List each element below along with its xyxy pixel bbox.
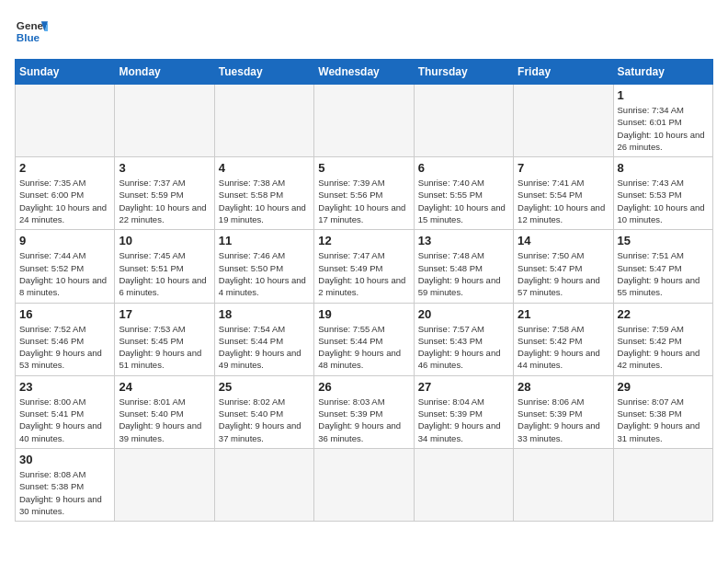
day-info: Sunrise: 8:07 AM Sunset: 5:38 PM Dayligh…	[618, 396, 709, 444]
day-info: Sunrise: 7:34 AM Sunset: 6:01 PM Dayligh…	[618, 104, 709, 153]
day-info: Sunrise: 7:48 AM Sunset: 5:48 PM Dayligh…	[418, 249, 509, 298]
calendar-day-cell	[214, 448, 313, 521]
day-number: 20	[418, 307, 509, 321]
calendar-day-cell: 18Sunrise: 7:54 AM Sunset: 5:44 PM Dayli…	[214, 303, 313, 375]
calendar-day-cell: 21Sunrise: 7:58 AM Sunset: 5:42 PM Dayli…	[514, 303, 613, 375]
day-info: Sunrise: 7:46 AM Sunset: 5:50 PM Dayligh…	[219, 249, 310, 298]
day-number: 1	[618, 88, 709, 102]
day-number: 30	[19, 453, 110, 466]
calendar-day-cell: 5Sunrise: 7:39 AM Sunset: 5:56 PM Daylig…	[314, 157, 414, 230]
calendar-day-cell: 4Sunrise: 7:38 AM Sunset: 5:58 PM Daylig…	[214, 157, 313, 230]
day-info: Sunrise: 7:53 AM Sunset: 5:45 PM Dayligh…	[119, 323, 210, 372]
day-info: Sunrise: 7:54 AM Sunset: 5:44 PM Dayligh…	[219, 323, 310, 372]
day-info: Sunrise: 7:47 AM Sunset: 5:49 PM Dayligh…	[318, 249, 409, 298]
calendar-day-cell	[514, 448, 613, 521]
day-number: 9	[19, 234, 110, 247]
calendar-day-cell: 13Sunrise: 7:48 AM Sunset: 5:48 PM Dayli…	[414, 230, 513, 303]
day-header-friday: Friday	[514, 60, 613, 85]
day-header-thursday: Thursday	[414, 60, 513, 85]
day-header-monday: Monday	[115, 60, 214, 85]
calendar-day-cell: 20Sunrise: 7:57 AM Sunset: 5:43 PM Dayli…	[414, 303, 513, 375]
calendar-day-cell	[115, 85, 214, 157]
calendar-day-cell: 11Sunrise: 7:46 AM Sunset: 5:50 PM Dayli…	[214, 230, 313, 303]
calendar-week-row: 30Sunrise: 8:08 AM Sunset: 5:38 PM Dayli…	[16, 448, 713, 521]
calendar-day-cell	[613, 448, 712, 521]
day-info: Sunrise: 8:06 AM Sunset: 5:39 PM Dayligh…	[518, 396, 609, 444]
day-info: Sunrise: 8:02 AM Sunset: 5:40 PM Dayligh…	[219, 396, 310, 444]
day-info: Sunrise: 7:50 AM Sunset: 5:47 PM Dayligh…	[518, 249, 609, 298]
calendar-day-cell: 27Sunrise: 8:04 AM Sunset: 5:39 PM Dayli…	[414, 375, 513, 448]
day-number: 14	[518, 234, 609, 247]
calendar-day-cell	[414, 448, 513, 521]
day-number: 11	[219, 234, 310, 247]
day-info: Sunrise: 7:40 AM Sunset: 5:55 PM Dayligh…	[418, 177, 509, 225]
day-number: 6	[418, 161, 509, 175]
calendar-day-cell: 8Sunrise: 7:43 AM Sunset: 5:53 PM Daylig…	[613, 157, 712, 230]
logo-icon: General Blue	[15, 15, 48, 48]
calendar-week-row: 2Sunrise: 7:35 AM Sunset: 6:00 PM Daylig…	[16, 157, 713, 230]
calendar-table: SundayMondayTuesdayWednesdayThursdayFrid…	[15, 59, 713, 522]
day-info: Sunrise: 7:37 AM Sunset: 5:59 PM Dayligh…	[119, 177, 210, 225]
calendar-day-cell: 15Sunrise: 7:51 AM Sunset: 5:47 PM Dayli…	[613, 230, 712, 303]
day-number: 18	[219, 307, 310, 321]
calendar-day-cell: 23Sunrise: 8:00 AM Sunset: 5:41 PM Dayli…	[16, 375, 115, 448]
day-info: Sunrise: 7:41 AM Sunset: 5:54 PM Dayligh…	[518, 177, 609, 225]
calendar-day-cell: 28Sunrise: 8:06 AM Sunset: 5:39 PM Dayli…	[514, 375, 613, 448]
day-number: 16	[19, 307, 110, 321]
day-number: 22	[618, 307, 709, 321]
calendar-day-cell: 6Sunrise: 7:40 AM Sunset: 5:55 PM Daylig…	[414, 157, 513, 230]
day-number: 7	[518, 161, 609, 175]
calendar-day-cell: 25Sunrise: 8:02 AM Sunset: 5:40 PM Dayli…	[214, 375, 313, 448]
day-info: Sunrise: 7:45 AM Sunset: 5:51 PM Dayligh…	[119, 249, 210, 298]
calendar-day-cell: 1Sunrise: 7:34 AM Sunset: 6:01 PM Daylig…	[613, 85, 712, 157]
calendar-day-cell	[314, 448, 414, 521]
calendar-day-cell	[115, 448, 214, 521]
day-info: Sunrise: 7:38 AM Sunset: 5:58 PM Dayligh…	[219, 177, 310, 225]
day-number: 24	[119, 380, 210, 394]
calendar-day-cell: 14Sunrise: 7:50 AM Sunset: 5:47 PM Dayli…	[514, 230, 613, 303]
day-info: Sunrise: 8:01 AM Sunset: 5:40 PM Dayligh…	[119, 396, 210, 444]
day-header-saturday: Saturday	[613, 60, 712, 85]
day-info: Sunrise: 8:08 AM Sunset: 5:38 PM Dayligh…	[19, 468, 110, 517]
day-number: 19	[318, 307, 409, 321]
day-number: 3	[119, 161, 210, 175]
calendar-header-row: SundayMondayTuesdayWednesdayThursdayFrid…	[16, 60, 713, 85]
day-number: 2	[19, 161, 110, 175]
day-number: 5	[318, 161, 409, 175]
day-number: 29	[618, 380, 709, 394]
day-info: Sunrise: 7:35 AM Sunset: 6:00 PM Dayligh…	[19, 177, 110, 225]
calendar-day-cell: 16Sunrise: 7:52 AM Sunset: 5:46 PM Dayli…	[16, 303, 115, 375]
day-info: Sunrise: 7:58 AM Sunset: 5:42 PM Dayligh…	[518, 323, 609, 372]
day-info: Sunrise: 7:39 AM Sunset: 5:56 PM Dayligh…	[318, 177, 409, 225]
day-info: Sunrise: 7:51 AM Sunset: 5:47 PM Dayligh…	[618, 249, 709, 298]
day-number: 13	[418, 234, 509, 247]
calendar-day-cell: 24Sunrise: 8:01 AM Sunset: 5:40 PM Dayli…	[115, 375, 214, 448]
calendar-day-cell	[514, 85, 613, 157]
calendar-day-cell: 17Sunrise: 7:53 AM Sunset: 5:45 PM Dayli…	[115, 303, 214, 375]
day-number: 27	[418, 380, 509, 394]
calendar-day-cell: 12Sunrise: 7:47 AM Sunset: 5:49 PM Dayli…	[314, 230, 414, 303]
day-info: Sunrise: 7:59 AM Sunset: 5:42 PM Dayligh…	[618, 323, 709, 372]
calendar-week-row: 16Sunrise: 7:52 AM Sunset: 5:46 PM Dayli…	[16, 303, 713, 375]
calendar-day-cell: 22Sunrise: 7:59 AM Sunset: 5:42 PM Dayli…	[613, 303, 712, 375]
calendar-day-cell	[214, 85, 313, 157]
calendar-day-cell: 19Sunrise: 7:55 AM Sunset: 5:44 PM Dayli…	[314, 303, 414, 375]
day-info: Sunrise: 7:52 AM Sunset: 5:46 PM Dayligh…	[19, 323, 110, 372]
day-info: Sunrise: 8:00 AM Sunset: 5:41 PM Dayligh…	[19, 396, 110, 444]
calendar-week-row: 1Sunrise: 7:34 AM Sunset: 6:01 PM Daylig…	[16, 85, 713, 157]
day-number: 17	[119, 307, 210, 321]
calendar-day-cell	[16, 85, 115, 157]
calendar-day-cell: 9Sunrise: 7:44 AM Sunset: 5:52 PM Daylig…	[16, 230, 115, 303]
calendar-day-cell	[314, 85, 414, 157]
day-info: Sunrise: 7:43 AM Sunset: 5:53 PM Dayligh…	[618, 177, 709, 225]
page-header: General Blue	[15, 15, 713, 48]
calendar-day-cell: 3Sunrise: 7:37 AM Sunset: 5:59 PM Daylig…	[115, 157, 214, 230]
day-number: 26	[318, 380, 409, 394]
day-info: Sunrise: 7:44 AM Sunset: 5:52 PM Dayligh…	[19, 249, 110, 298]
day-header-sunday: Sunday	[16, 60, 115, 85]
calendar-day-cell: 10Sunrise: 7:45 AM Sunset: 5:51 PM Dayli…	[115, 230, 214, 303]
day-number: 12	[318, 234, 409, 247]
calendar-day-cell: 7Sunrise: 7:41 AM Sunset: 5:54 PM Daylig…	[514, 157, 613, 230]
calendar-day-cell: 30Sunrise: 8:08 AM Sunset: 5:38 PM Dayli…	[16, 448, 115, 521]
day-number: 28	[518, 380, 609, 394]
